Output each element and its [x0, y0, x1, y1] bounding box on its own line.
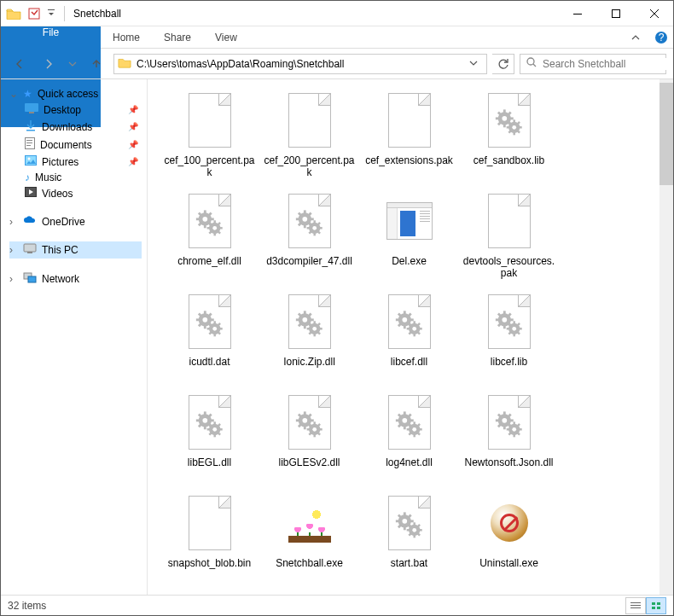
pin-icon: 📌 — [128, 157, 138, 166]
sidebar-documents[interactable]: Documents 📌 — [9, 136, 147, 154]
svg-rect-227 — [503, 427, 505, 430]
search-icon — [526, 56, 537, 71]
file-item[interactable]: log4net.dll — [359, 386, 459, 487]
file-thumbnail — [482, 390, 537, 455]
folder-icon[interactable] — [4, 4, 23, 23]
file-item[interactable]: start.bat — [359, 487, 459, 588]
help-button[interactable]: ? — [649, 26, 673, 48]
sidebar-quick-access[interactable]: ⌄ ★ Quick access — [9, 86, 147, 102]
svg-rect-115 — [319, 328, 322, 329]
svg-rect-11 — [26, 140, 32, 141]
file-item[interactable]: cef_sandbox.lib — [459, 84, 559, 185]
file-item[interactable]: Xilium.CefGlue.dll — [259, 588, 359, 595]
details-view-button[interactable] — [625, 597, 646, 614]
sidebar-network[interactable]: › Network — [9, 270, 147, 288]
file-item[interactable]: Newtonsoft.Json.dll — [459, 386, 559, 487]
tab-view[interactable]: View — [203, 26, 249, 48]
file-item[interactable]: Del.exe — [359, 185, 459, 286]
search-input[interactable] — [543, 58, 671, 70]
file-item[interactable]: cef_200_percent.pak — [259, 84, 359, 185]
svg-point-152 — [512, 327, 516, 331]
file-item[interactable]: Ionic.Zip.dll — [259, 286, 359, 386]
file-item[interactable]: d3dcompiler_47.dll — [259, 185, 359, 286]
forward-button[interactable] — [37, 52, 61, 76]
minimize-button[interactable] — [558, 1, 596, 26]
file-item[interactable]: devtools_resources.pak — [459, 185, 559, 286]
computer-icon — [23, 243, 37, 257]
file-name: Uninstall.exe — [479, 555, 538, 569]
svg-rect-69 — [295, 218, 299, 220]
chevron-right-icon: › — [9, 216, 18, 228]
svg-rect-43 — [203, 210, 206, 213]
svg-rect-187 — [303, 427, 305, 430]
file-thumbnail — [482, 88, 537, 153]
sidebar-label: Quick access — [38, 88, 98, 100]
file-item[interactable]: Uninstall.exe — [459, 487, 559, 588]
file-item[interactable]: v8_context_snapshot.bin — [160, 588, 259, 595]
svg-rect-93 — [213, 321, 215, 323]
file-thumbnail — [282, 88, 337, 153]
svg-rect-2 — [573, 14, 582, 15]
file-item[interactable]: snapshot_blob.bin — [160, 487, 259, 588]
sidebar-label: Documents — [40, 139, 92, 151]
desktop-icon — [25, 103, 38, 116]
file-item[interactable]: libcef.lib — [459, 286, 559, 386]
address-path[interactable] — [135, 58, 461, 70]
sidebar-onedrive[interactable]: › OneDrive — [9, 213, 147, 230]
close-button[interactable] — [635, 1, 673, 26]
svg-rect-7 — [25, 103, 38, 112]
file-thumbnail — [382, 289, 437, 354]
sidebar-label: OneDrive — [42, 216, 85, 228]
sidebar-this-pc[interactable]: › This PC — [9, 241, 142, 259]
sidebar-downloads[interactable]: Downloads 📌 — [9, 118, 147, 136]
file-item[interactable]: icudtl.dat — [160, 286, 259, 386]
svg-point-192 — [312, 427, 317, 432]
svg-rect-189 — [295, 419, 299, 421]
file-item[interactable]: cef_100_percent.pak — [160, 84, 259, 185]
properties-icon[interactable] — [25, 4, 44, 23]
address-dropdown-icon[interactable] — [464, 58, 483, 70]
svg-rect-245 — [410, 520, 413, 522]
tab-share[interactable]: Share — [152, 26, 203, 48]
up-button[interactable] — [84, 52, 108, 76]
address-bar[interactable] — [113, 54, 487, 74]
ribbon-collapse-icon[interactable] — [622, 26, 649, 48]
svg-rect-143 — [503, 311, 505, 314]
svg-rect-225 — [509, 419, 513, 421]
recent-dropdown-icon[interactable] — [66, 52, 79, 76]
file-item[interactable]: libGLESv2.dll — [259, 386, 359, 487]
sidebar-desktop[interactable]: Desktop 📌 — [9, 102, 147, 118]
file-thumbnail — [282, 189, 337, 253]
file-item[interactable]: cef_extensions.pak — [359, 84, 459, 185]
vertical-scrollbar[interactable] — [659, 79, 673, 595]
svg-rect-163 — [203, 411, 206, 415]
search-box[interactable] — [520, 54, 666, 74]
back-button[interactable] — [8, 52, 32, 76]
file-item[interactable]: Snetchball.exe — [259, 487, 359, 588]
file-grid[interactable]: cef_100_percent.pakcef_200_percent.pakce… — [148, 79, 659, 595]
file-thumbnail — [382, 491, 437, 555]
file-name: Snetchball.exe — [276, 555, 343, 569]
svg-rect-125 — [410, 318, 413, 321]
file-item[interactable]: libEGL.dll — [160, 386, 259, 487]
chevron-right-icon: › — [9, 273, 18, 285]
file-thumbnail — [282, 390, 337, 455]
sidebar-videos[interactable]: Videos — [9, 185, 147, 201]
file-thumbnail — [282, 591, 337, 595]
large-icons-view-button[interactable] — [646, 597, 666, 614]
sidebar-music[interactable]: ♪ Music — [9, 170, 147, 185]
sidebar-pictures[interactable]: Pictures 📌 — [9, 154, 147, 170]
svg-point-6 — [527, 58, 534, 65]
svg-point-182 — [302, 418, 307, 423]
file-item[interactable]: libcef.dll — [359, 286, 459, 386]
tab-home[interactable]: Home — [101, 26, 152, 48]
maximize-button[interactable] — [596, 1, 635, 26]
file-item[interactable]: chrome_elf.dll — [160, 185, 259, 286]
svg-rect-253 — [413, 522, 415, 525]
qat-dropdown-icon[interactable] — [45, 4, 57, 23]
svg-rect-18 — [27, 252, 32, 253]
sidebar-label: Music — [35, 171, 61, 183]
file-thumbnail — [382, 390, 437, 455]
scrollbar-thumb[interactable] — [659, 83, 673, 185]
refresh-button[interactable] — [492, 54, 514, 74]
